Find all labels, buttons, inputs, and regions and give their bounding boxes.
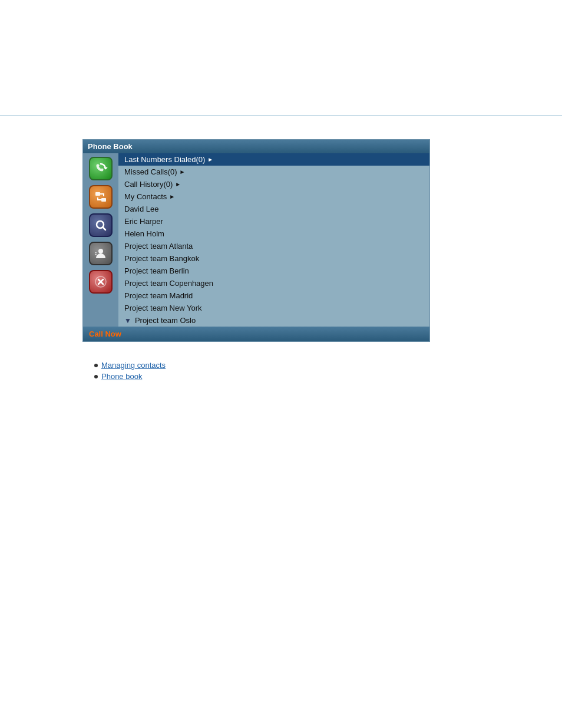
phonebook-list: Last Numbers Dialed(0) ► Missed Calls(0)…: [118, 153, 429, 327]
list-item[interactable]: Project team Berlin: [118, 265, 429, 277]
phonebook-wrapper: Phone Book: [82, 139, 430, 342]
link-item: Phone book: [94, 371, 562, 382]
list-item[interactable]: Project team Madrid: [118, 289, 429, 302]
list-item[interactable]: Project team New York: [118, 302, 429, 314]
svg-rect-5: [95, 252, 97, 253]
call-now-label[interactable]: Call Now: [89, 330, 121, 338]
list-item[interactable]: Project team Bangkok: [118, 252, 429, 265]
list-item[interactable]: Call History(0) ►: [118, 178, 429, 190]
phonebook-title-bar: Phone Book: [83, 140, 429, 153]
link-item: Managing contacts: [94, 360, 562, 371]
bottom-links: Managing contacts Phone book: [94, 360, 562, 382]
arrow-right-icon: ►: [169, 193, 175, 200]
item-text: Project team Berlin: [124, 266, 189, 275]
link-managing-contacts[interactable]: Managing contacts: [101, 361, 166, 370]
link-phone-book[interactable]: Phone book: [101, 372, 142, 381]
item-text: My Contacts: [124, 192, 167, 201]
scroll-down-icon: ▼: [124, 317, 131, 325]
top-divider: [0, 115, 562, 116]
list-item[interactable]: Project team Copenhagen: [118, 277, 429, 289]
search-icon[interactable]: [89, 213, 113, 237]
links-list: Managing contacts Phone book: [94, 360, 562, 382]
item-text: Call History(0): [124, 180, 173, 189]
bullet-icon: [94, 364, 98, 367]
contacts-svg: [94, 246, 108, 261]
bullet-icon: [94, 375, 98, 378]
close-icon[interactable]: [89, 270, 113, 294]
item-text: Project team New York: [124, 304, 202, 312]
close-svg: [94, 275, 108, 289]
contacts-icon[interactable]: [89, 242, 113, 265]
item-text: Eric Harper: [124, 217, 163, 226]
list-item[interactable]: ▼ Project team Oslo: [118, 314, 429, 327]
item-text: Helen Holm: [124, 229, 164, 238]
phone-svg: [94, 162, 108, 176]
list-item[interactable]: My Contacts ►: [118, 190, 429, 203]
item-text: Project team Madrid: [124, 291, 193, 300]
list-item[interactable]: Last Numbers Dialed(0) ►: [118, 153, 429, 166]
svg-rect-0: [95, 192, 100, 196]
phonebook-sidebar: [83, 153, 118, 327]
transfer-icon[interactable]: [89, 185, 113, 209]
item-text: Project team Atlanta: [124, 242, 193, 251]
list-item[interactable]: Project team Atlanta: [118, 240, 429, 252]
svg-rect-1: [101, 198, 106, 202]
item-text: Last Numbers Dialed(0): [124, 155, 205, 164]
list-item[interactable]: David Lee: [118, 203, 429, 215]
item-text: David Lee: [124, 205, 159, 213]
item-text: Project team Oslo: [135, 316, 196, 325]
item-text: Missed Calls(0): [124, 167, 177, 176]
arrow-right-icon: ►: [180, 169, 186, 175]
list-item[interactable]: Eric Harper: [118, 215, 429, 228]
arrow-right-icon: ►: [207, 156, 213, 163]
arrow-right-icon: ►: [175, 181, 181, 187]
phonebook-body: Last Numbers Dialed(0) ► Missed Calls(0)…: [83, 153, 429, 327]
item-text: Project team Copenhagen: [124, 279, 213, 288]
phonebook-title: Phone Book: [88, 142, 133, 151]
search-svg: [94, 218, 108, 232]
phonebook-footer: Call Now: [83, 327, 429, 341]
svg-point-4: [98, 249, 103, 253]
item-text: Project team Bangkok: [124, 254, 199, 263]
green-phone-icon[interactable]: [89, 157, 113, 180]
list-item[interactable]: Missed Calls(0) ►: [118, 166, 429, 178]
svg-line-3: [103, 228, 106, 230]
svg-rect-6: [95, 254, 97, 255]
transfer-svg: [94, 190, 108, 204]
phonebook-panel: Phone Book: [82, 139, 430, 342]
list-item[interactable]: Helen Holm: [118, 228, 429, 240]
page-container: Phone Book: [0, 115, 562, 728]
